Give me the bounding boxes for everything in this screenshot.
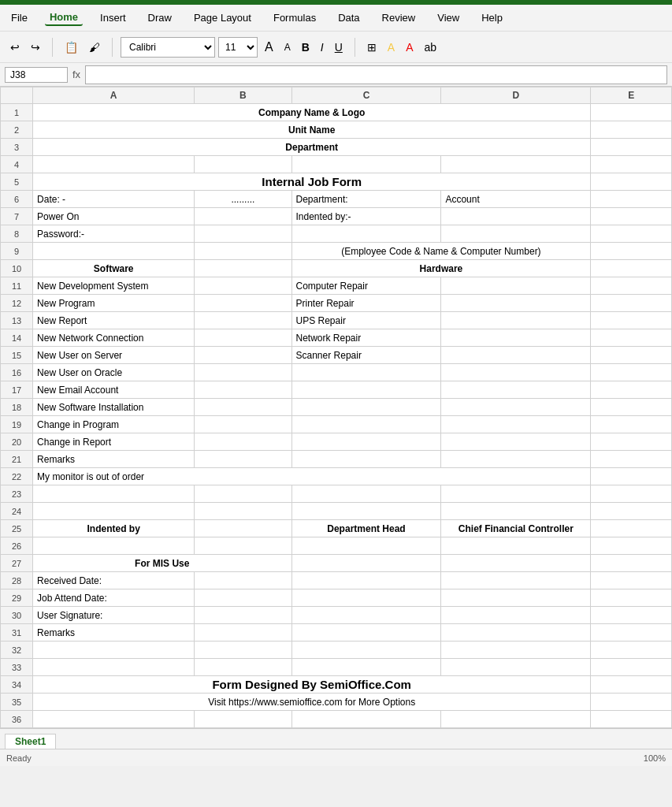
cell-13-e[interactable] bbox=[591, 312, 672, 329]
cell-27-d[interactable] bbox=[441, 555, 591, 572]
name-box[interactable] bbox=[5, 67, 68, 83]
cell-17-d[interactable] bbox=[441, 381, 591, 399]
underline-button[interactable]: U bbox=[331, 39, 347, 55]
cell-27-a[interactable]: For MIS Use bbox=[33, 555, 291, 572]
format-painter-button[interactable]: 🖌 bbox=[85, 39, 104, 55]
cell-22-e[interactable] bbox=[591, 468, 672, 485]
cell-4-a[interactable] bbox=[33, 156, 195, 173]
cell-32-e[interactable] bbox=[591, 642, 672, 659]
cell-8-e[interactable] bbox=[591, 225, 672, 243]
cell-17-b[interactable] bbox=[195, 381, 291, 399]
cell-29-c[interactable] bbox=[291, 589, 441, 607]
cell-18-e[interactable] bbox=[591, 399, 672, 416]
menu-draw[interactable]: Draw bbox=[143, 10, 176, 25]
cell-23-e[interactable] bbox=[591, 485, 672, 503]
cell-17-c[interactable] bbox=[291, 381, 441, 399]
cell-34-e[interactable] bbox=[591, 676, 672, 694]
cell-3-e[interactable] bbox=[591, 139, 672, 156]
cell-21-a[interactable]: Remarks bbox=[33, 451, 195, 468]
cell-30-c[interactable] bbox=[291, 607, 441, 624]
cell-20-e[interactable] bbox=[591, 433, 672, 451]
cell-25-a[interactable]: Indented by bbox=[33, 520, 195, 537]
cell-15-a[interactable]: New User on Server bbox=[33, 347, 195, 364]
cell-19-c[interactable] bbox=[291, 416, 441, 433]
cell-20-d[interactable] bbox=[441, 433, 591, 451]
menu-help[interactable]: Help bbox=[477, 10, 507, 25]
menu-insert[interactable]: Insert bbox=[95, 10, 131, 25]
cell-28-c[interactable] bbox=[291, 572, 441, 589]
cell-32-d[interactable] bbox=[441, 642, 591, 659]
cell-18-a[interactable]: New Software Installation bbox=[33, 399, 195, 416]
cell-14-c[interactable]: Network Repair bbox=[291, 329, 441, 347]
cell-10-b[interactable] bbox=[195, 260, 291, 277]
cell-33-d[interactable] bbox=[441, 659, 591, 676]
decrease-font-button[interactable]: A bbox=[280, 40, 295, 54]
cell-18-c[interactable] bbox=[291, 399, 441, 416]
cell-30-d[interactable] bbox=[441, 607, 591, 624]
cell-14-d[interactable] bbox=[441, 329, 591, 347]
cell-36-a[interactable] bbox=[33, 711, 195, 728]
cell-28-d[interactable] bbox=[441, 572, 591, 589]
cell-24-d[interactable] bbox=[441, 503, 591, 520]
cell-20-c[interactable] bbox=[291, 433, 441, 451]
cell-17-e[interactable] bbox=[591, 381, 672, 399]
menu-home[interactable]: Home bbox=[45, 9, 83, 26]
cell-15-d[interactable] bbox=[441, 347, 591, 364]
cell-21-b[interactable] bbox=[195, 451, 291, 468]
col-header-b[interactable]: B bbox=[195, 87, 291, 104]
strikethrough-button[interactable]: ab bbox=[421, 39, 441, 55]
menu-data[interactable]: Data bbox=[333, 10, 364, 25]
cell-33-c[interactable] bbox=[291, 659, 441, 676]
cell-12-d[interactable] bbox=[441, 295, 591, 312]
col-header-c[interactable]: C bbox=[291, 87, 441, 104]
col-header-d[interactable]: D bbox=[441, 87, 591, 104]
cell-6-a[interactable]: Date: - bbox=[33, 191, 195, 208]
cell-27-e[interactable] bbox=[591, 555, 672, 572]
cell-23-d[interactable] bbox=[441, 485, 591, 503]
cell-7-d[interactable] bbox=[441, 208, 591, 225]
cell-26-a[interactable] bbox=[33, 537, 195, 555]
cell-15-c[interactable]: Scanner Repair bbox=[291, 347, 441, 364]
col-header-e[interactable]: E bbox=[591, 87, 672, 104]
cell-10-a[interactable]: Software bbox=[33, 260, 195, 277]
cell-15-b[interactable] bbox=[195, 347, 291, 364]
cell-2-e[interactable] bbox=[591, 121, 672, 139]
clipboard-button[interactable]: 📋 bbox=[61, 39, 82, 55]
cell-26-b[interactable] bbox=[195, 537, 291, 555]
cell-36-d[interactable] bbox=[441, 711, 591, 728]
cell-11-e[interactable] bbox=[591, 277, 672, 295]
cell-7-c[interactable]: Indented by:- bbox=[291, 208, 441, 225]
cell-16-c[interactable] bbox=[291, 364, 441, 381]
cell-29-b[interactable] bbox=[195, 589, 291, 607]
font-selector[interactable]: Calibri bbox=[121, 37, 215, 58]
cell-8-b[interactable] bbox=[195, 225, 291, 243]
cell-6-d[interactable]: Account bbox=[441, 191, 591, 208]
cell-36-c[interactable] bbox=[291, 711, 441, 728]
cell-11-a[interactable]: New Development System bbox=[33, 277, 195, 295]
cell-20-b[interactable] bbox=[195, 433, 291, 451]
cell-23-c[interactable] bbox=[291, 485, 441, 503]
cell-28-e[interactable] bbox=[591, 572, 672, 589]
cell-23-a[interactable] bbox=[33, 485, 195, 503]
cell-12-a[interactable]: New Program bbox=[33, 295, 195, 312]
cell-6-c[interactable]: Department: bbox=[291, 191, 441, 208]
cell-25-c[interactable]: Department Head bbox=[291, 520, 441, 537]
cell-31-d[interactable] bbox=[441, 624, 591, 642]
cell-34-a[interactable]: Form Designed By SemiOffice.Com bbox=[33, 676, 591, 694]
cell-13-a[interactable]: New Report bbox=[33, 312, 195, 329]
cell-23-b[interactable] bbox=[195, 485, 291, 503]
cell-18-d[interactable] bbox=[441, 399, 591, 416]
cell-4-e[interactable] bbox=[591, 156, 672, 173]
cell-36-e[interactable] bbox=[591, 711, 672, 728]
cell-4-d[interactable] bbox=[441, 156, 591, 173]
cell-25-d[interactable]: Chief Financial Controller bbox=[441, 520, 591, 537]
cell-17-a[interactable]: New Email Account bbox=[33, 381, 195, 399]
cell-12-e[interactable] bbox=[591, 295, 672, 312]
cell-30-e[interactable] bbox=[591, 607, 672, 624]
cell-25-b[interactable] bbox=[195, 520, 291, 537]
cell-10-e[interactable] bbox=[591, 260, 672, 277]
cell-18-b[interactable] bbox=[195, 399, 291, 416]
cell-15-e[interactable] bbox=[591, 347, 672, 364]
cell-16-b[interactable] bbox=[195, 364, 291, 381]
menu-review[interactable]: Review bbox=[377, 10, 421, 25]
